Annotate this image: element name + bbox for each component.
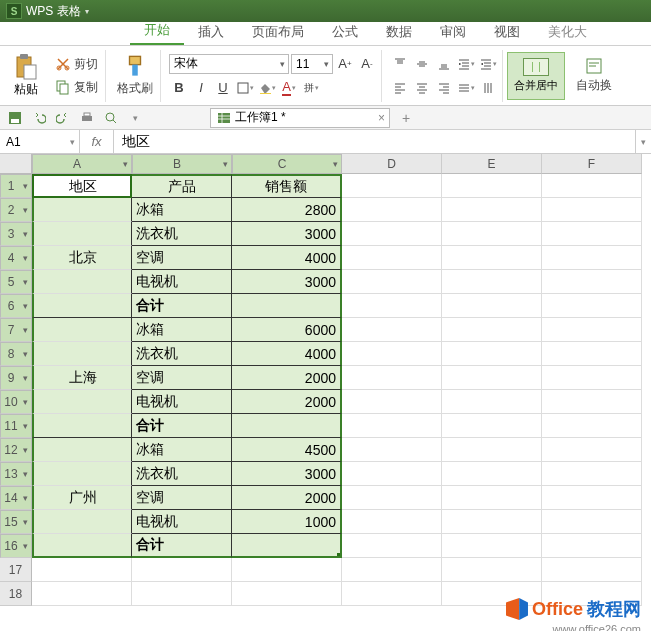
cell-A12[interactable] [32,438,132,462]
row-header-12[interactable]: 12 [0,438,32,462]
row-header-10[interactable]: 10 [0,390,32,414]
formula-input[interactable]: 地区 [114,130,635,153]
cell-B12[interactable]: 冰箱 [132,438,232,462]
cell-F16[interactable] [542,534,642,558]
col-header-B[interactable]: B [132,154,232,174]
qat-preview-button[interactable] [102,109,120,127]
cell-A14[interactable]: 广州 [32,486,132,510]
cell-E13[interactable] [442,462,542,486]
cell-D18[interactable] [342,582,442,606]
qat-print-button[interactable] [78,109,96,127]
cell-D5[interactable] [342,270,442,294]
row-header-17[interactable]: 17 [0,558,32,582]
cell-A8[interactable] [32,342,132,366]
align-top-button[interactable] [390,54,410,74]
cell-E11[interactable] [442,414,542,438]
row-header-7[interactable]: 7 [0,318,32,342]
cell-E9[interactable] [442,366,542,390]
indent-decrease-button[interactable] [456,54,476,74]
close-tab-button[interactable]: × [378,111,385,125]
cell-A2[interactable] [32,198,132,222]
cell-B16[interactable]: 合计 [132,534,232,558]
cell-B7[interactable]: 冰箱 [132,318,232,342]
cell-F15[interactable] [542,510,642,534]
cell-A13[interactable] [32,462,132,486]
indent-increase-button[interactable] [478,54,498,74]
row-header-8[interactable]: 8 [0,342,32,366]
border-button[interactable] [235,78,255,98]
col-header-F[interactable]: F [542,154,642,174]
fx-button[interactable]: fx [80,130,114,153]
cell-F1[interactable] [542,174,642,198]
decrease-font-button[interactable]: A- [357,54,377,74]
merge-center-button[interactable]: 合并居中 [507,52,565,100]
qat-save-button[interactable] [6,109,24,127]
cell-B18[interactable] [132,582,232,606]
col-header-A[interactable]: A [32,154,132,174]
cell-A3[interactable] [32,222,132,246]
row-header-9[interactable]: 9 [0,366,32,390]
cell-A7[interactable] [32,318,132,342]
cell-C10[interactable]: 2000 [232,390,342,414]
cell-E7[interactable] [442,318,542,342]
cell-C12[interactable]: 4500 [232,438,342,462]
cell-A9[interactable]: 上海 [32,366,132,390]
cells[interactable]: 地区产品销售额冰箱2800洗衣机3000北京空调4000电视机3000合计冰箱6… [32,174,642,606]
cell-D2[interactable] [342,198,442,222]
cell-F3[interactable] [542,222,642,246]
cell-F13[interactable] [542,462,642,486]
cell-A1[interactable]: 地区 [32,174,132,198]
cell-D16[interactable] [342,534,442,558]
cell-C9[interactable]: 2000 [232,366,342,390]
fill-color-button[interactable] [257,78,277,98]
font-color-button[interactable]: A [279,78,299,98]
cell-C8[interactable]: 4000 [232,342,342,366]
cell-E12[interactable] [442,438,542,462]
font-size-select[interactable]: 11 [291,54,333,74]
orientation-button[interactable] [456,78,476,98]
cell-F14[interactable] [542,486,642,510]
new-tab-button[interactable]: + [402,110,410,126]
cell-D15[interactable] [342,510,442,534]
row-header-1[interactable]: 1 [0,174,32,198]
cell-C1[interactable]: 销售额 [232,174,342,198]
cell-C3[interactable]: 3000 [232,222,342,246]
cell-A17[interactable] [32,558,132,582]
name-box[interactable]: A1 [0,130,80,153]
cell-C16[interactable] [232,534,342,558]
row-header-15[interactable]: 15 [0,510,32,534]
row-header-18[interactable]: 18 [0,582,32,606]
cell-A4[interactable]: 北京 [32,246,132,270]
expand-formula-bar-button[interactable]: ▾ [635,130,651,153]
cell-E15[interactable] [442,510,542,534]
cell-C4[interactable]: 4000 [232,246,342,270]
cell-C18[interactable] [232,582,342,606]
cell-E5[interactable] [442,270,542,294]
cell-D13[interactable] [342,462,442,486]
cell-E14[interactable] [442,486,542,510]
cell-D12[interactable] [342,438,442,462]
cell-C11[interactable] [232,414,342,438]
cell-B8[interactable]: 洗衣机 [132,342,232,366]
cell-F11[interactable] [542,414,642,438]
tab-home[interactable]: 开始 [130,17,184,45]
col-header-D[interactable]: D [342,154,442,174]
row-header-2[interactable]: 2 [0,198,32,222]
cell-B14[interactable]: 空调 [132,486,232,510]
cell-A18[interactable] [32,582,132,606]
cell-C17[interactable] [232,558,342,582]
row-header-14[interactable]: 14 [0,486,32,510]
document-tab[interactable]: 工作簿1 * × [210,108,390,128]
tab-data[interactable]: 数据 [372,19,426,45]
cell-D4[interactable] [342,246,442,270]
cell-C6[interactable] [232,294,342,318]
cell-B2[interactable]: 冰箱 [132,198,232,222]
cell-F9[interactable] [542,366,642,390]
cell-E4[interactable] [442,246,542,270]
cell-B4[interactable]: 空调 [132,246,232,270]
align-left-button[interactable] [390,78,410,98]
tab-view[interactable]: 视图 [480,19,534,45]
cell-D6[interactable] [342,294,442,318]
cell-F12[interactable] [542,438,642,462]
row-header-13[interactable]: 13 [0,462,32,486]
